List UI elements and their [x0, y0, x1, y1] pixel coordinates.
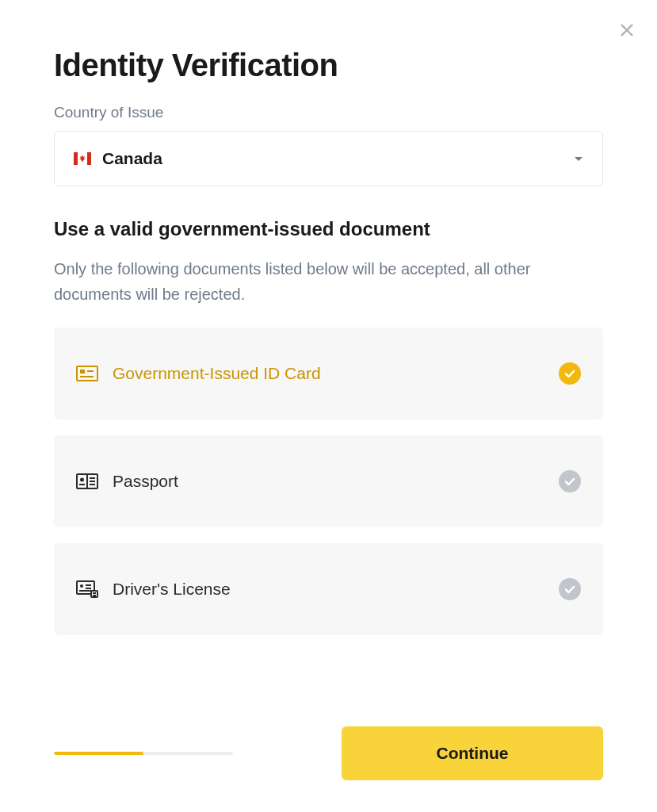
document-option-drivers-license[interactable]: Driver's License: [54, 543, 603, 635]
document-section-title: Use a valid government-issued document: [54, 218, 603, 240]
check-icon: [559, 578, 581, 600]
country-label: Country of Issue: [54, 104, 603, 121]
svg-rect-5: [77, 366, 97, 381]
canada-flag-icon: [74, 152, 91, 165]
drivers-license-icon: [76, 580, 98, 598]
continue-button[interactable]: Continue: [342, 726, 603, 780]
svg-point-11: [80, 478, 84, 482]
svg-rect-4: [87, 152, 91, 165]
id-card-icon: [76, 365, 98, 382]
svg-rect-6: [80, 370, 85, 373]
page-title: Identity Verification: [54, 48, 603, 83]
document-label: Government-Issued ID Card: [113, 364, 559, 383]
document-section-description: Only the following documents listed belo…: [54, 256, 603, 307]
check-icon: [559, 362, 581, 385]
chevron-down-icon: [574, 151, 583, 166]
country-selected-value: Canada: [102, 149, 574, 168]
document-label: Driver's License: [113, 580, 559, 599]
svg-rect-2: [74, 152, 78, 165]
close-icon: [618, 21, 636, 39]
close-button[interactable]: [616, 19, 638, 41]
document-label: Passport: [113, 472, 559, 491]
country-select[interactable]: Canada: [54, 131, 603, 186]
progress-bar: [54, 752, 233, 755]
document-option-passport[interactable]: Passport: [54, 435, 603, 527]
progress-fill: [54, 752, 143, 755]
svg-point-17: [80, 584, 83, 588]
check-icon: [559, 470, 581, 492]
document-option-id-card[interactable]: Government-Issued ID Card: [54, 327, 603, 419]
passport-icon: [76, 473, 98, 490]
